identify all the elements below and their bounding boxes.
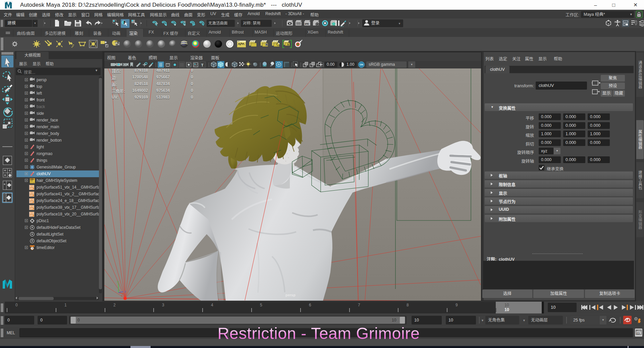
svg-text:MAIN: MAIN bbox=[30, 192, 34, 194]
svg-text:S: S bbox=[287, 43, 289, 46]
svg-text:z: z bbox=[124, 290, 126, 293]
svg-text:MAIN: MAIN bbox=[30, 186, 34, 187]
svg-text:IPR: IPR bbox=[305, 23, 309, 25]
svg-text:GRP: GRP bbox=[30, 208, 34, 210]
svg-text:MAIN: MAIN bbox=[30, 206, 34, 207]
svg-text:MAIN: MAIN bbox=[30, 212, 34, 214]
svg-text:STYLE: STYLE bbox=[30, 182, 35, 183]
svg-text:GRP: GRP bbox=[30, 188, 34, 190]
svg-text:T: T bbox=[201, 63, 204, 67]
svg-text:GRP: GRP bbox=[30, 215, 34, 216]
svg-text:x: x bbox=[121, 294, 123, 297]
svg-text:MAIN: MAIN bbox=[30, 199, 34, 201]
svg-text:GRP: GRP bbox=[30, 195, 34, 196]
svg-text:GRP: GRP bbox=[30, 201, 34, 203]
svg-text:y: y bbox=[117, 280, 119, 283]
svg-text:persp: persp bbox=[285, 293, 296, 297]
